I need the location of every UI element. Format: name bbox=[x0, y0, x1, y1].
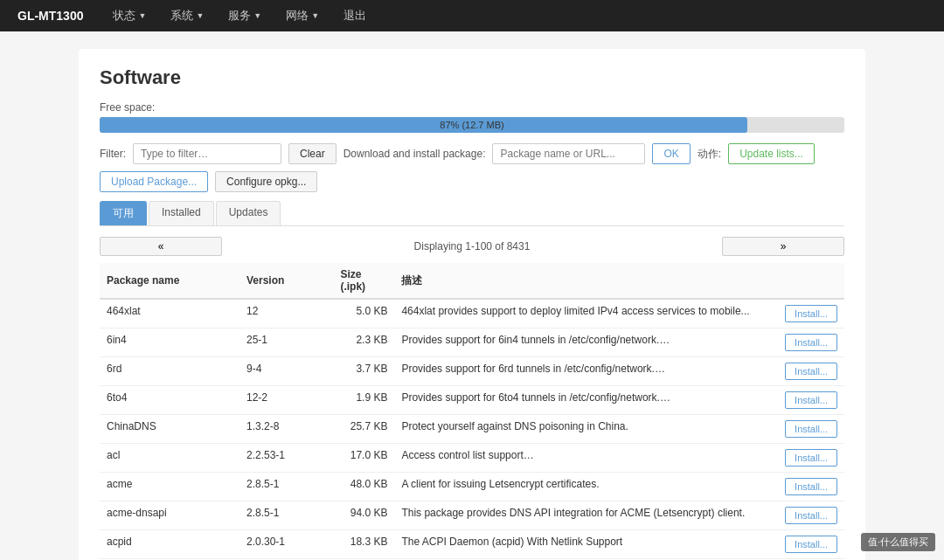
dropdown-arrow-network: ▼ bbox=[311, 11, 319, 20]
pkg-version: 12 bbox=[239, 299, 333, 328]
nav-item-system[interactable]: 系统 ▼ bbox=[167, 8, 207, 24]
col-header-action bbox=[766, 263, 844, 299]
pkg-desc: Provides support for 6to4 tunnels in /et… bbox=[394, 386, 766, 415]
nav-item-services[interactable]: 服务 ▼ bbox=[225, 8, 265, 24]
update-lists-button[interactable]: Update lists... bbox=[728, 143, 815, 164]
next-page-button[interactable]: » bbox=[722, 237, 844, 256]
pkg-name: acl bbox=[100, 444, 239, 473]
pkg-action: Install... bbox=[766, 444, 844, 473]
pkg-desc: This package provides DNS API integratio… bbox=[394, 501, 766, 530]
pkg-version: 2.0.30-1 bbox=[239, 530, 333, 559]
pkg-action: Install... bbox=[766, 328, 844, 357]
table-row: acpid 2.0.30-1 18.3 KB The ACPI Daemon (… bbox=[100, 530, 844, 559]
filter-input[interactable] bbox=[133, 143, 281, 164]
table-row: 6in4 25-1 2.3 KB Provides support for 6i… bbox=[100, 328, 844, 357]
col-header-size: Size (.ipk) bbox=[333, 263, 394, 299]
pkg-name: ChinaDNS bbox=[100, 415, 239, 444]
table-row: 6to4 12-2 1.9 KB Provides support for 6t… bbox=[100, 386, 844, 415]
pkg-action: Install... bbox=[766, 299, 844, 328]
filter-row: Filter: Clear Download and install packa… bbox=[100, 143, 844, 192]
pkg-size: 17.0 KB bbox=[333, 444, 394, 473]
table-row: 6rd 9-4 3.7 KB Provides support for 6rd … bbox=[100, 357, 844, 386]
pkg-name: acme bbox=[100, 473, 239, 501]
table-row: acme 2.8.5-1 48.0 KB A client for issuin… bbox=[100, 473, 844, 501]
tab-available[interactable]: 可用 bbox=[100, 201, 147, 225]
ok-button[interactable]: OK bbox=[652, 143, 690, 164]
pkg-size: 94.0 KB bbox=[333, 501, 394, 530]
nav-item-network[interactable]: 网络 ▼ bbox=[282, 8, 323, 24]
col-header-desc: 描述 bbox=[394, 263, 766, 299]
pkg-action: Install... bbox=[766, 473, 844, 501]
dropdown-arrow-system: ▼ bbox=[196, 11, 204, 20]
pkg-version: 1.3.2-8 bbox=[239, 415, 333, 444]
prev-page-button[interactable]: « bbox=[100, 237, 222, 256]
main-content: Software Free space: 87% (12.7 MB) Filte… bbox=[79, 49, 865, 560]
pagination-info: Displaying 1-100 of 8431 bbox=[414, 240, 531, 252]
pkg-version: 25-1 bbox=[239, 328, 333, 357]
download-label: Download and install package: bbox=[344, 148, 486, 160]
tab-updates[interactable]: Updates bbox=[216, 201, 281, 225]
install-button[interactable]: Install... bbox=[785, 334, 837, 351]
col-header-version: Version bbox=[239, 263, 333, 299]
pkg-action: Install... bbox=[766, 501, 844, 530]
pkg-size: 18.3 KB bbox=[333, 530, 394, 559]
install-button[interactable]: Install... bbox=[785, 363, 837, 380]
pkg-action: Install... bbox=[766, 415, 844, 444]
package-table: Package name Version Size (.ipk) 描述 464x… bbox=[100, 263, 844, 560]
pkg-size: 3.7 KB bbox=[333, 357, 394, 386]
pkg-version: 2.2.53-1 bbox=[239, 444, 333, 473]
pagination-row: « Displaying 1-100 of 8431 » bbox=[100, 237, 844, 256]
page-title: Software bbox=[100, 66, 844, 89]
progress-text: 87% (12.7 MB) bbox=[100, 117, 844, 133]
pkg-desc: Provides support for 6rd tunnels in /etc… bbox=[394, 357, 766, 386]
pkg-desc: The ACPI Daemon (acpid) With Netlink Sup… bbox=[394, 530, 766, 559]
watermark: 值·什么值得买 bbox=[861, 533, 935, 551]
tabs: 可用 Installed Updates bbox=[100, 201, 844, 226]
install-button[interactable]: Install... bbox=[785, 449, 837, 467]
pkg-size: 48.0 KB bbox=[333, 473, 394, 501]
install-button[interactable]: Install... bbox=[785, 305, 837, 322]
pkg-desc: A client for issuing Letsencrypt certifi… bbox=[394, 473, 766, 501]
pkg-name: 6rd bbox=[100, 357, 239, 386]
pkg-size: 25.7 KB bbox=[333, 415, 394, 444]
install-button[interactable]: Install... bbox=[785, 478, 837, 495]
action-label: 动作: bbox=[698, 147, 721, 162]
pkg-desc: Access control list support… bbox=[394, 444, 766, 473]
install-button[interactable]: Install... bbox=[785, 507, 837, 524]
install-button[interactable]: Install... bbox=[785, 420, 837, 438]
pkg-action: Install... bbox=[766, 386, 844, 415]
table-row: acme-dnsapi 2.8.5-1 94.0 KB This package… bbox=[100, 501, 844, 530]
pkg-action: Install... bbox=[766, 530, 844, 559]
table-row: ChinaDNS 1.3.2-8 25.7 KB Protect yoursel… bbox=[100, 415, 844, 444]
pkg-size: 1.9 KB bbox=[333, 386, 394, 415]
pkg-name: 464xlat bbox=[100, 299, 239, 328]
pkg-desc: 464xlat provides support to deploy limit… bbox=[394, 299, 766, 328]
nav-item-status[interactable]: 状态 ▼ bbox=[109, 8, 149, 24]
pkg-desc: Provides support for 6in4 tunnels in /et… bbox=[394, 328, 766, 357]
pkg-name: 6in4 bbox=[100, 328, 239, 357]
pkg-version: 12-2 bbox=[239, 386, 333, 415]
filter-label: Filter: bbox=[100, 148, 126, 160]
upload-package-button[interactable]: Upload Package... bbox=[100, 171, 208, 192]
pkg-action: Install... bbox=[766, 357, 844, 386]
table-header-row: Package name Version Size (.ipk) 描述 bbox=[100, 263, 844, 299]
col-header-name: Package name bbox=[100, 263, 239, 299]
topnav: GL-MT1300 状态 ▼ 系统 ▼ 服务 ▼ 网络 ▼ 退出 bbox=[0, 0, 944, 31]
tab-installed[interactable]: Installed bbox=[149, 201, 214, 225]
pkg-name: 6to4 bbox=[100, 386, 239, 415]
table-row: acl 2.2.53-1 17.0 KB Access control list… bbox=[100, 444, 844, 473]
configure-opkg-button[interactable]: Configure opkg... bbox=[215, 171, 317, 192]
pkg-name: acpid bbox=[100, 530, 239, 559]
table-row: 464xlat 12 5.0 KB 464xlat provides suppo… bbox=[100, 299, 844, 328]
pkg-url-input[interactable] bbox=[492, 143, 645, 164]
clear-button[interactable]: Clear bbox=[288, 143, 337, 164]
nav-item-logout[interactable]: 退出 bbox=[340, 8, 370, 24]
install-button[interactable]: Install... bbox=[785, 536, 837, 553]
dropdown-arrow-services: ▼ bbox=[253, 11, 261, 20]
pkg-desc: Protect yourself against DNS poisoning i… bbox=[394, 415, 766, 444]
pkg-version: 2.8.5-1 bbox=[239, 473, 333, 501]
pkg-size: 5.0 KB bbox=[333, 299, 394, 328]
free-space-bar: 87% (12.7 MB) bbox=[100, 117, 844, 133]
pkg-version: 2.8.5-1 bbox=[239, 501, 333, 530]
install-button[interactable]: Install... bbox=[785, 391, 837, 409]
